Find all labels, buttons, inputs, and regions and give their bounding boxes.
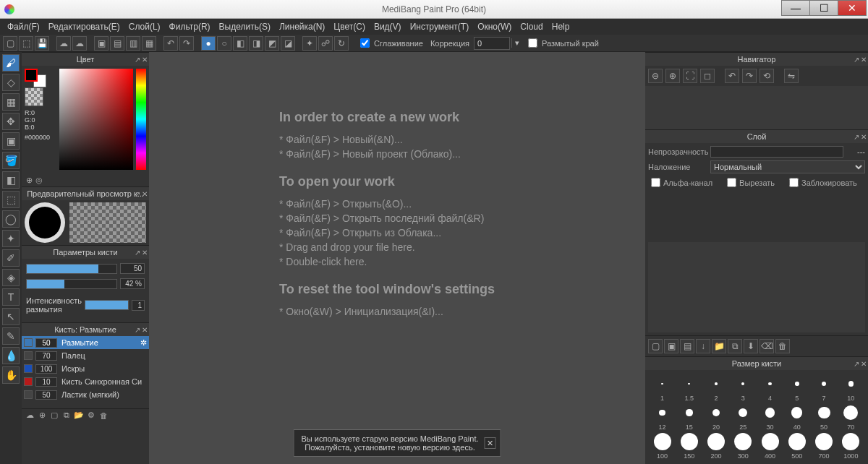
layer-blend-select[interactable]: Нормальный bbox=[710, 160, 865, 173]
brush-size-cell[interactable]: 7 bbox=[812, 374, 837, 402]
select-rect-tool[interactable]: ⬚ bbox=[2, 191, 20, 208]
save-file-icon[interactable]: 💾 bbox=[35, 36, 49, 51]
brush-size-cell[interactable]: 150 bbox=[676, 432, 702, 460]
brush-size-cell[interactable]: 2 bbox=[704, 374, 729, 402]
minimize-button[interactable]: — bbox=[781, 0, 810, 16]
bucket-tool[interactable]: 🪣 bbox=[2, 152, 20, 169]
brush-size-cell[interactable]: 40 bbox=[784, 403, 809, 431]
menu-item[interactable]: Cloud bbox=[516, 20, 547, 33]
brush-list-item[interactable]: 50Ластик (мягкий) bbox=[22, 388, 149, 401]
delete-layer-icon[interactable]: 🗑 bbox=[775, 339, 790, 353]
clip-checkbox[interactable]: Вырезать bbox=[727, 178, 775, 187]
brush-size-cell[interactable]: 4 bbox=[757, 374, 783, 402]
palette-icon[interactable]: ◎ bbox=[35, 176, 43, 185]
duplicate-layer-icon[interactable]: ⧉ bbox=[728, 339, 742, 353]
brush-size-cell[interactable]: 1.5 bbox=[676, 374, 702, 402]
close-icon[interactable]: ✕ bbox=[861, 360, 867, 368]
gradient-tool[interactable]: ◧ bbox=[2, 171, 20, 189]
brush-tool[interactable]: 🖌 bbox=[2, 54, 20, 72]
brush-size-cell[interactable]: 700 bbox=[812, 432, 837, 460]
brush-size-cell[interactable]: 15 bbox=[676, 403, 702, 431]
new-halftone-icon[interactable]: ▤ bbox=[680, 339, 694, 353]
opacity-value[interactable]: 42 % bbox=[120, 278, 145, 289]
load-brush-icon[interactable]: 📂 bbox=[74, 411, 84, 421]
select-eraser-tool[interactable]: ◈ bbox=[2, 269, 20, 286]
zoom-out-icon[interactable]: ⊖ bbox=[648, 69, 663, 83]
brush-size-cell[interactable]: 1000 bbox=[838, 432, 864, 460]
fill-tool[interactable]: ▣ bbox=[2, 132, 20, 150]
eyedropper-tool[interactable]: 💧 bbox=[2, 347, 20, 364]
size-slider[interactable] bbox=[26, 264, 117, 274]
layer-list[interactable] bbox=[648, 242, 865, 332]
color-swatches[interactable] bbox=[25, 69, 48, 85]
brush-size-cell[interactable]: 25 bbox=[731, 403, 756, 431]
merge-layer-icon[interactable]: ⬇ bbox=[744, 339, 758, 353]
popout-icon[interactable]: ↗ bbox=[135, 326, 140, 334]
open-file-icon[interactable]: ⬚ bbox=[19, 36, 33, 51]
brush-size-cell[interactable]: 1 bbox=[650, 374, 675, 402]
blur-intensity-slider[interactable] bbox=[85, 300, 129, 310]
new-file-icon[interactable]: ▢ bbox=[3, 36, 17, 51]
brush-size-cell[interactable]: 400 bbox=[757, 432, 783, 460]
menu-item[interactable]: Цвет(C) bbox=[329, 20, 370, 33]
materials-icon[interactable]: ▦ bbox=[142, 36, 156, 51]
close-icon[interactable]: ✕ bbox=[861, 133, 867, 141]
divide-tool[interactable]: ✎ bbox=[2, 327, 20, 345]
undo-icon[interactable]: ↶ bbox=[163, 36, 178, 51]
select-lasso-tool[interactable]: ◯ bbox=[2, 210, 20, 228]
operation-tool[interactable]: ↖ bbox=[2, 308, 20, 325]
menu-item[interactable]: Вид(V) bbox=[370, 20, 406, 33]
actual-size-icon[interactable]: ◻ bbox=[700, 69, 715, 83]
new-folder-icon[interactable]: 📁 bbox=[712, 339, 726, 353]
delete-brush-icon[interactable]: 🗑 bbox=[98, 411, 109, 421]
menu-item[interactable]: Линейка(N) bbox=[275, 20, 329, 33]
submit-icon[interactable]: ▣ bbox=[94, 36, 109, 51]
brush-size-cell[interactable]: 20 bbox=[704, 403, 729, 431]
size-value[interactable]: 50 bbox=[120, 263, 145, 274]
close-button[interactable]: ✕ bbox=[838, 0, 867, 16]
popout-icon[interactable]: ↗ bbox=[135, 190, 140, 198]
mesh-icon[interactable]: ◨ bbox=[249, 36, 263, 51]
color-wheel-icon[interactable]: ⊕ bbox=[26, 176, 33, 185]
duplicate-brush-icon[interactable]: ⧉ bbox=[61, 411, 72, 421]
popout-icon[interactable]: ↗ bbox=[854, 56, 859, 64]
close-icon[interactable]: ✕ bbox=[142, 56, 148, 64]
flip-icon[interactable]: ⇋ bbox=[784, 69, 799, 83]
cloud-sync-icon[interactable]: ☁ bbox=[56, 36, 71, 51]
layer-settings-icon[interactable]: ↓ bbox=[696, 339, 710, 353]
select-pen-tool[interactable]: ✐ bbox=[2, 249, 20, 267]
add-brush-icon[interactable]: ⊕ bbox=[37, 411, 47, 421]
brush-list-item[interactable]: 70Палец bbox=[22, 349, 149, 362]
brush-size-cell[interactable]: 300 bbox=[731, 432, 756, 460]
antialias-icon[interactable]: ● bbox=[201, 36, 216, 51]
close-icon[interactable]: ✕ bbox=[142, 326, 148, 334]
move-tool[interactable]: ✥ bbox=[2, 113, 20, 130]
pressure-icon[interactable]: ✦ bbox=[302, 36, 317, 51]
blur-intensity-value[interactable]: 1 bbox=[132, 300, 145, 311]
correction-dropdown-icon[interactable]: ▾ bbox=[511, 38, 522, 48]
reset-rotation-icon[interactable]: ⟲ bbox=[760, 69, 774, 83]
menu-item[interactable]: Слой(L) bbox=[124, 20, 165, 33]
comic-icon[interactable]: ▤ bbox=[110, 36, 124, 51]
lock-checkbox[interactable]: Заблокировать bbox=[789, 178, 857, 187]
opacity-slider[interactable] bbox=[26, 279, 117, 289]
popout-icon[interactable]: ↗ bbox=[854, 133, 859, 141]
brush-size-cell[interactable]: 5 bbox=[784, 374, 809, 402]
brush-size-cell[interactable]: 30 bbox=[757, 403, 783, 431]
layer-opacity-slider[interactable] bbox=[710, 146, 843, 158]
menu-item[interactable]: Фильтр(R) bbox=[165, 20, 215, 33]
cloud-open-icon[interactable]: ☁ bbox=[72, 36, 87, 51]
brush-list-item[interactable]: 50Размытие✲ bbox=[22, 336, 149, 349]
popout-icon[interactable]: ↗ bbox=[854, 360, 859, 368]
brush-list-item[interactable]: 10Кисть Синхронная Си bbox=[22, 375, 149, 388]
alpha-protect-checkbox[interactable]: Альфа-канал bbox=[651, 178, 712, 187]
brush-size-cell[interactable]: 12 bbox=[650, 403, 675, 431]
hand-tool[interactable]: ✋ bbox=[2, 366, 20, 384]
fit-screen-icon[interactable]: ⛶ bbox=[683, 69, 697, 83]
update-notice[interactable]: Вы используете старую версию MediBang Pa… bbox=[293, 429, 501, 457]
popout-icon[interactable]: ↗ bbox=[135, 56, 140, 64]
brush-size-cell[interactable]: 3 bbox=[731, 374, 756, 402]
transparency-swatch[interactable] bbox=[25, 87, 43, 106]
dot-tool[interactable]: ▦ bbox=[2, 93, 20, 111]
new-layer-icon[interactable]: ▢ bbox=[648, 339, 663, 353]
